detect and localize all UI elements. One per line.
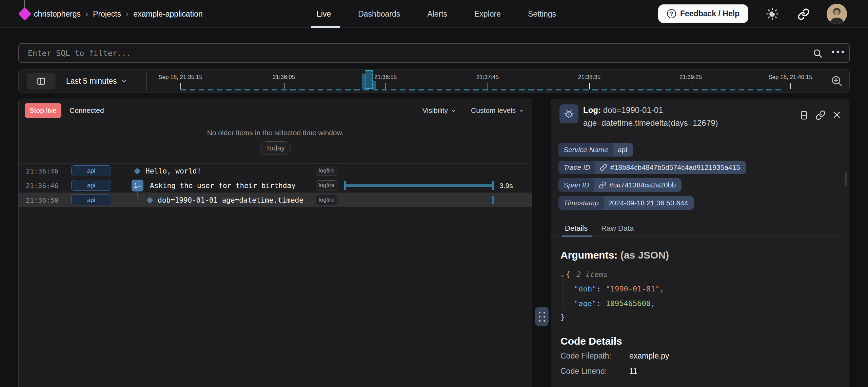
arguments-heading-suffix: (as JSON) <box>620 249 669 261</box>
breadcrumb-separator: › <box>85 9 88 19</box>
share-link-button[interactable] <box>797 8 810 20</box>
active-tab-underline <box>311 26 340 28</box>
log-time: 21:36:46 <box>26 164 58 178</box>
user-avatar[interactable] <box>827 4 847 24</box>
logfire-tag[interactable]: logfire <box>316 166 337 176</box>
today-button[interactable]: Today <box>260 141 291 155</box>
filter-more-menu[interactable]: ••• <box>831 47 846 57</box>
timeline-tick-mark <box>589 83 590 89</box>
tab-details[interactable]: Details <box>565 224 588 233</box>
panel-layout-icon[interactable] <box>799 110 809 120</box>
json-collapse-arrow[interactable]: ⌄ <box>560 271 564 278</box>
timeline-histogram-bar-selected[interactable] <box>366 70 373 89</box>
detail-panel-scrollbar[interactable] <box>845 172 847 186</box>
tab-alerts[interactable]: Alerts <box>427 9 447 19</box>
breadcrumb: christophergs › Projects › example-appli… <box>34 0 203 28</box>
timeline-histogram-bar[interactable] <box>373 81 376 89</box>
breadcrumb-project-name[interactable]: example-application <box>133 9 203 19</box>
log-row-selected[interactable]: 21:36:50 api dob=1990-01-01 age=datetime… <box>19 192 532 207</box>
tab-live[interactable]: Live <box>317 9 331 19</box>
timeline-tick-label: 21:36:05 <box>273 74 295 81</box>
code-lineno-value: 11 <box>629 367 637 376</box>
code-filepath-row: Code Filepath: example.py <box>560 351 611 361</box>
json-string-value: "1990-01-01" <box>606 285 659 293</box>
sql-filter-input[interactable]: Enter SQL to filter... ••• <box>18 43 850 63</box>
meta-value: #18b84cb4847b5d574c4ad9121935a415 <box>610 163 740 171</box>
tab-settings[interactable]: Settings <box>528 9 556 19</box>
json-close-brace: } <box>560 313 565 321</box>
tab-explore[interactable]: Explore <box>474 9 501 19</box>
stop-live-button[interactable]: Stop live <box>25 103 61 118</box>
breadcrumb-separator: › <box>126 9 129 19</box>
live-panel-controls: Visibility Custom levels <box>422 99 524 122</box>
visibility-dropdown[interactable]: Visibility <box>422 106 456 115</box>
json-comma: , <box>651 299 655 308</box>
service-name-pill[interactable]: Service Name api <box>558 143 633 157</box>
chevron-down-icon <box>519 108 524 113</box>
logfire-tag[interactable]: logfire <box>316 195 337 205</box>
service-badge[interactable]: api <box>71 195 111 205</box>
service-badge[interactable]: api <box>71 180 111 191</box>
link-icon[interactable] <box>600 164 607 171</box>
trace-id-pill[interactable]: Trace ID #18b84cb4847b5d574c4ad9121935a4… <box>558 161 746 174</box>
panel-left-icon <box>37 77 46 86</box>
timeline-track[interactable] <box>180 89 781 90</box>
json-key: "age" <box>574 299 596 308</box>
logfire-logo-icon[interactable] <box>18 7 32 21</box>
timeline-histogram-bar[interactable] <box>362 74 366 89</box>
span-collapse-badge[interactable]: 1– <box>132 180 143 191</box>
search-icon[interactable] <box>812 48 823 59</box>
close-icon[interactable] <box>832 110 842 120</box>
service-badge[interactable]: api <box>71 165 111 176</box>
log-row[interactable]: 21:36:46 api Hello, world! logfire <box>19 163 532 178</box>
json-colon: : <box>596 299 601 308</box>
timeline-zoom-in-button[interactable] <box>830 75 843 87</box>
detail-title-prefix: Log: <box>583 105 601 115</box>
panel-resize-handle[interactable] <box>535 307 549 326</box>
timeline-tick-label: Sep 18, 21:40:15 <box>768 74 812 81</box>
code-details-heading: Code Details <box>560 335 622 347</box>
log-time: 21:36:46 <box>26 178 58 193</box>
log-message: Hello, world! <box>145 164 201 178</box>
breadcrumb-user[interactable]: christophergs <box>34 9 81 19</box>
span-bar-end-cap <box>492 181 494 190</box>
timeline-tick-label: 21:39:25 <box>679 74 702 81</box>
custom-levels-dropdown[interactable]: Custom levels <box>471 106 524 115</box>
breadcrumb-projects[interactable]: Projects <box>93 9 121 19</box>
detail-tab-border <box>551 237 842 237</box>
log-diamond-icon <box>146 197 153 204</box>
meta-value: #ca741384ca2a20bb <box>609 181 676 189</box>
json-key: "dob" <box>574 285 596 293</box>
question-circle-icon: ? <box>667 9 676 18</box>
meta-label: Service Name <box>558 143 613 157</box>
tab-dashboards[interactable]: Dashboards <box>358 9 400 19</box>
feedback-help-button[interactable]: ? Feedback / Help <box>658 4 748 23</box>
detail-title: Log: dob=1990-01-01 age=datetime.timedel… <box>583 104 790 129</box>
time-range-dropdown[interactable]: Last 5 minutes <box>66 69 127 93</box>
span-duration-bar[interactable] <box>346 184 493 187</box>
timestamp-pill[interactable]: Timestamp 2024-09-18 21:36:50.644 <box>558 196 694 210</box>
log-message: Asking the user for their birthday <box>150 178 296 193</box>
timeline-divider <box>146 72 147 90</box>
tab-raw-data[interactable]: Raw Data <box>601 224 634 233</box>
timeline-tick-mark <box>691 83 691 89</box>
log-row-span[interactable]: 21:36:46 api 1– Asking the user for thei… <box>19 178 532 192</box>
meta-label: Trace ID <box>558 161 595 174</box>
link-icon[interactable] <box>599 181 606 189</box>
json-close-line: } <box>560 310 565 324</box>
timeline-tick-mark <box>386 83 386 89</box>
grip-dots-icon <box>539 312 545 322</box>
copy-link-icon[interactable] <box>815 110 826 120</box>
timeline-bar: Last 5 minutes Sep 18, 21:35:15 21:36:05… <box>18 69 850 93</box>
theme-toggle-button[interactable] <box>766 7 779 21</box>
empty-window-message: No older items in the selected time wind… <box>19 129 532 137</box>
code-filepath-value: example.py <box>629 351 669 361</box>
tree-connector-line <box>137 191 145 200</box>
sun-moon-icon <box>766 7 779 21</box>
sidebar-toggle-button[interactable] <box>27 73 56 89</box>
code-lineno-label: Code Lineno: <box>560 367 607 375</box>
logfire-tag[interactable]: logfire <box>316 180 337 190</box>
span-id-pill[interactable]: Span ID #ca741384ca2a20bb <box>558 178 682 192</box>
meta-label: Span ID <box>558 178 594 192</box>
timeline-tick-label: Sep 18, 21:35:15 <box>158 74 202 81</box>
